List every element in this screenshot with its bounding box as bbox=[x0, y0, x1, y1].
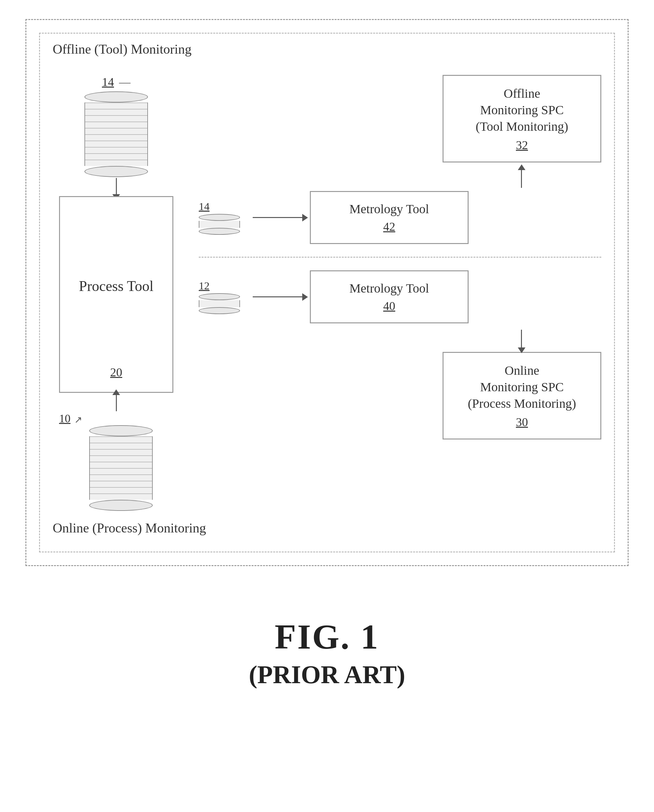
disk-14-label-row: 14 bbox=[199, 200, 209, 212]
offline-diagram-row: 14 — bbox=[53, 75, 601, 511]
metrology-bottom-label: Metrology Tool bbox=[317, 281, 461, 296]
spc-line1: Offline bbox=[504, 86, 540, 101]
ref-10-arrow: ↗ bbox=[74, 414, 82, 425]
disk-14-container: 14 bbox=[199, 200, 240, 235]
disk14-bottom bbox=[199, 228, 240, 235]
arrow-head-down bbox=[518, 348, 526, 353]
cyl-body bbox=[84, 102, 148, 166]
online-spc-line2: Monitoring SPC bbox=[480, 380, 564, 394]
online-spc-line1: Online bbox=[505, 363, 539, 378]
process-tool-label: Process Tool bbox=[79, 278, 154, 295]
arrow-metro-spc-line bbox=[521, 330, 522, 349]
offline-region-label: Offline (Tool) Monitoring bbox=[53, 41, 191, 57]
disk-metro-online-row: 12 bbox=[199, 270, 601, 324]
metrology-bottom-number: 40 bbox=[317, 299, 461, 313]
arrow-spc-to-metro bbox=[199, 169, 601, 188]
cyl-bottom bbox=[84, 166, 148, 177]
disk-12 bbox=[199, 293, 240, 314]
disk-14 bbox=[199, 214, 240, 235]
metrology-top-label: Metrology Tool bbox=[317, 201, 461, 217]
arrow-db-to-processtool bbox=[53, 177, 180, 196]
cyl-stripes bbox=[85, 102, 147, 166]
ref-10-label: 10 bbox=[59, 412, 70, 425]
db-cylinder-14-top: 14 — bbox=[102, 75, 130, 89]
online-spc-label: Online Monitoring SPC (Process Monitorin… bbox=[450, 362, 594, 412]
arrow-lowdb-to-processtool bbox=[53, 393, 180, 412]
online-spc-box: Online Monitoring SPC (Process Monitorin… bbox=[443, 352, 601, 440]
offline-spc-label: Offline Monitoring SPC (Tool Monitoring) bbox=[450, 85, 594, 135]
right-side: Offline Monitoring SPC (Tool Monitoring)… bbox=[199, 75, 601, 511]
process-tool-box: Process Tool 20 bbox=[59, 196, 173, 393]
ref-14-dash: — bbox=[119, 76, 130, 89]
disk12-bottom bbox=[199, 307, 240, 314]
figure-subtitle: (PRIOR ART) bbox=[249, 660, 405, 689]
ref-10-row: 10 ↗ bbox=[59, 412, 82, 425]
arrow-metro-to-spc bbox=[199, 330, 601, 349]
cyl10-bottom bbox=[89, 500, 153, 511]
cyl10-body bbox=[89, 436, 153, 500]
arrow-right-online bbox=[253, 296, 304, 297]
disk-metro-row: 14 bbox=[199, 191, 601, 244]
offline-spc-box: Offline Monitoring SPC (Tool Monitoring)… bbox=[443, 75, 601, 162]
main-container: Offline (Tool) Monitoring 14 — bbox=[25, 19, 629, 689]
process-tool-number: 20 bbox=[110, 365, 122, 379]
cyl10-top bbox=[89, 425, 153, 436]
spc-number: 32 bbox=[450, 138, 594, 152]
cyl10-stripes bbox=[90, 436, 152, 500]
offline-region: Offline (Tool) Monitoring 14 — bbox=[39, 33, 615, 553]
arrow-head-up bbox=[518, 164, 526, 170]
left-process-column: 14 — bbox=[53, 75, 180, 511]
ref-14-disk-label: 14 bbox=[199, 200, 209, 212]
online-region-label: Online (Process) Monitoring bbox=[53, 520, 601, 536]
metrology-top-number: 42 bbox=[317, 220, 461, 234]
online-spc-line3: (Process Monitoring) bbox=[468, 396, 576, 411]
online-row: 12 bbox=[199, 270, 601, 440]
outer-diagram-border: Offline (Tool) Monitoring 14 — bbox=[25, 19, 629, 566]
arrow-right-offline bbox=[253, 217, 304, 218]
figure-caption: FIG. 1 (PRIOR ART) bbox=[249, 617, 405, 689]
spc-top-row: Offline Monitoring SPC (Tool Monitoring)… bbox=[199, 75, 601, 162]
arrow-spc-metro-icon bbox=[521, 169, 522, 188]
arrow-vert-line bbox=[521, 169, 522, 188]
figure-title: FIG. 1 bbox=[249, 617, 405, 657]
ref-14-top-label: 14 bbox=[102, 75, 114, 89]
cyl-top bbox=[84, 92, 148, 102]
spc-line2: Monitoring SPC bbox=[480, 103, 564, 117]
disk14-top bbox=[199, 214, 240, 221]
metrology-top-box: Metrology Tool 42 bbox=[310, 191, 469, 244]
disk-12-container: 12 bbox=[199, 280, 240, 314]
spc-line3: (Tool Monitoring) bbox=[475, 119, 568, 134]
region-divider bbox=[199, 257, 601, 258]
disk12-body bbox=[199, 300, 240, 307]
disk12-top bbox=[199, 293, 240, 300]
arrow-up-icon bbox=[116, 394, 117, 411]
arrow-down-icon bbox=[116, 178, 117, 195]
offline-row: Offline Monitoring SPC (Tool Monitoring)… bbox=[199, 75, 601, 257]
arrow-right-online-head bbox=[302, 293, 308, 301]
database-cylinder-14 bbox=[84, 92, 148, 177]
spc-bottom-row: Online Monitoring SPC (Process Monitorin… bbox=[199, 352, 601, 440]
process-tool-ref-num: 20 bbox=[110, 366, 122, 379]
disk-12-label-row: 12 bbox=[199, 280, 209, 292]
disk14-body bbox=[199, 221, 240, 228]
database-cylinder-10 bbox=[89, 425, 153, 511]
ref-12-disk-label: 12 bbox=[199, 280, 209, 292]
arrow-right-head bbox=[302, 214, 308, 221]
online-spc-number: 30 bbox=[450, 415, 594, 429]
metrology-bottom-box: Metrology Tool 40 bbox=[310, 270, 469, 324]
